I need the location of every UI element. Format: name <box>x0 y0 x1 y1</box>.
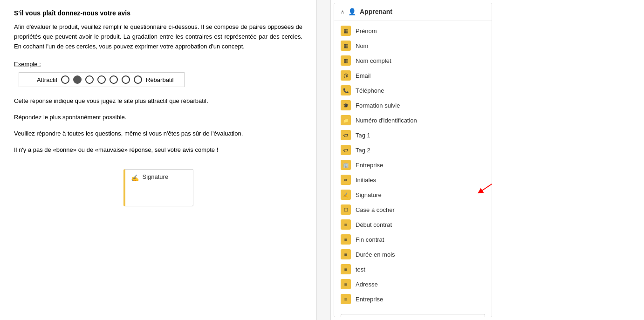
numero-label: Numéro d'identification <box>356 117 417 124</box>
prenom-icon: ▦ <box>341 26 351 36</box>
sidebar-item-test[interactable]: ≡ test <box>334 262 492 277</box>
numero-icon: 📁 <box>341 115 351 125</box>
email-label: Email <box>356 72 371 79</box>
telephone-label: Téléphone <box>356 87 384 94</box>
sidebar-item-nom-complet[interactable]: ▦ Nom complet <box>334 53 492 68</box>
circle-1[interactable] <box>61 75 69 84</box>
test-label: test <box>356 266 365 273</box>
sidebar-item-prenom[interactable]: ▦ Prénom <box>334 23 492 38</box>
nom-complet-label: Nom complet <box>356 57 391 64</box>
fin-contrat-icon: ≡ <box>341 234 351 245</box>
nom-complet-icon: ▦ <box>341 55 351 66</box>
entreprise2-label: Entreprise <box>356 296 383 303</box>
scale-right-label: Rébarbatif <box>146 76 178 83</box>
case-cocher-icon: ☐ <box>341 204 351 215</box>
sidebar-header: ∧ 👤 Apprenant <box>334 3 492 20</box>
formation-label: Formation suivie <box>356 102 400 109</box>
tag2-icon: 🏷 <box>341 145 351 155</box>
entreprise-icon: 🏢 <box>341 160 351 170</box>
sidebar-item-formation[interactable]: 🎓 Formation suivie <box>334 98 492 113</box>
initiales-icon: ✏ <box>341 175 351 185</box>
main-content: S'il vous plaît donnez-nous votre avis A… <box>0 0 317 320</box>
sidebar-item-nom[interactable]: ▦ Nom <box>334 38 492 53</box>
circles <box>61 75 142 84</box>
adresse-label: Adresse <box>356 281 378 288</box>
intro-text: Afin d'évaluer le produit, veuillez remp… <box>14 22 302 51</box>
entreprise2-icon: ≡ <box>341 294 351 304</box>
case-cocher-label: Case à cocher <box>356 206 395 213</box>
scale-left-label: Attractif <box>25 76 57 83</box>
scale-wrapper: Attractif Rébarbatif <box>19 72 185 87</box>
sidebar-items: ▦ Prénom ▦ Nom ▦ Nom complet @ Email <box>334 20 492 309</box>
main-title: S'il vous plaît donnez-nous votre avis <box>14 9 302 17</box>
signature-sidebar-icon: ✍ <box>341 190 351 200</box>
sidebar-item-tag1[interactable]: 🏷 Tag 1 <box>334 128 492 143</box>
initiales-label: Initiales <box>356 177 376 184</box>
middle-panel <box>317 0 331 320</box>
test-icon: ≡ <box>341 264 351 274</box>
note1: Cette réponse indique que vous jugez le … <box>14 96 302 106</box>
fin-contrat-label: Fin contrat <box>356 236 384 243</box>
circle-6[interactable] <box>122 75 130 84</box>
entreprise-label: Entreprise <box>356 162 383 169</box>
sidebar-item-email[interactable]: @ Email <box>334 68 492 83</box>
tag2-label: Tag 2 <box>356 147 370 154</box>
sidebar-item-initiales[interactable]: ✏ Initiales <box>334 172 492 187</box>
tag1-icon: 🏷 <box>341 130 351 140</box>
exemple-label: Exemple : <box>14 61 302 68</box>
sidebar-header-icon: 👤 <box>348 8 356 15</box>
signature-sidebar-label: Signature <box>356 191 382 198</box>
formation-icon: 🎓 <box>341 100 351 110</box>
debut-contrat-icon: ≡ <box>341 219 351 230</box>
sidebar-item-numero[interactable]: 📁 Numéro d'identification <box>334 113 492 128</box>
sidebar-item-duree-mois[interactable]: ≡ Durée en mois <box>334 247 492 262</box>
signature-icon: ✍ <box>131 174 139 182</box>
prenom-label: Prénom <box>356 27 377 34</box>
circle-5[interactable] <box>110 75 118 84</box>
sidebar-item-signature[interactable]: ✍ Signature <box>334 187 492 202</box>
sidebar-item-fin-contrat[interactable]: ≡ Fin contrat <box>334 232 492 247</box>
email-icon: @ <box>341 70 351 81</box>
duree-mois-icon: ≡ <box>341 249 351 259</box>
scale-row: Attractif Rébarbatif <box>14 72 302 87</box>
nom-icon: ▦ <box>341 41 351 51</box>
debut-contrat-label: Début contrat <box>356 221 392 228</box>
circle-3[interactable] <box>85 75 94 84</box>
nom-label: Nom <box>356 42 368 49</box>
sidebar-item-debut-contrat[interactable]: ≡ Début contrat <box>334 217 492 232</box>
circle-2[interactable] <box>73 75 82 84</box>
circle-4[interactable] <box>97 75 106 84</box>
sidebar-item-entreprise2[interactable]: ≡ Entreprise <box>334 292 492 306</box>
tag1-label: Tag 1 <box>356 132 370 139</box>
adresse-icon: ≡ <box>341 279 351 289</box>
duree-mois-label: Durée en mois <box>356 251 395 258</box>
note2: Répondez le plus spontanément possible. <box>14 113 302 123</box>
circle-7[interactable] <box>134 75 142 84</box>
note4: Il n'y a pas de «bonne» ou de «mauvaise»… <box>14 145 302 155</box>
sidebar-header-title: Apprenant <box>360 8 392 15</box>
telephone-icon: 📞 <box>341 85 351 95</box>
sidebar-item-case-cocher[interactable]: ☐ Case à cocher <box>334 202 492 217</box>
right-sidebar: ∧ 👤 Apprenant ▦ Prénom ▦ Nom ▦ Nom compl… <box>334 3 492 317</box>
sidebar-collapse-toggle[interactable]: ∧ <box>341 9 344 15</box>
add-custom-field-button[interactable]: + Champs personnalisé <box>341 314 485 317</box>
signature-widget[interactable]: ✍ Signature <box>123 169 193 206</box>
sidebar-item-entreprise[interactable]: 🏢 Entreprise <box>334 157 492 172</box>
sidebar-item-tag2[interactable]: 🏷 Tag 2 <box>334 143 492 157</box>
sidebar-item-telephone[interactable]: 📞 Téléphone <box>334 83 492 98</box>
signature-block: ✍ Signature <box>14 169 302 206</box>
sidebar-item-adresse[interactable]: ≡ Adresse <box>334 277 492 292</box>
signature-widget-label: Signature <box>143 173 169 180</box>
note3: Veuillez répondre à toutes les questions… <box>14 129 302 139</box>
